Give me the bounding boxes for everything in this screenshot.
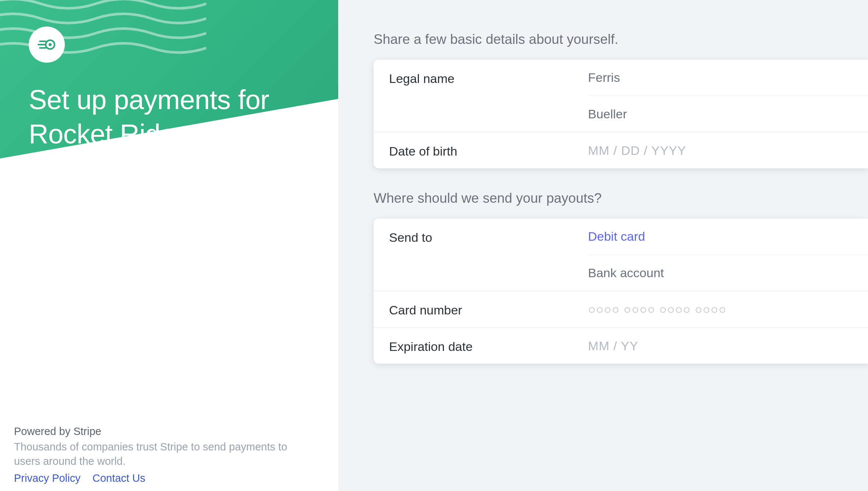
dob-row: Date of birth bbox=[374, 132, 868, 168]
privacy-policy-link[interactable]: Privacy Policy bbox=[14, 472, 81, 484]
expiration-label: Expiration date bbox=[374, 328, 588, 364]
expiration-row: Expiration date bbox=[374, 328, 868, 364]
svg-point-4 bbox=[49, 43, 52, 46]
footer-links: Privacy Policy Contact Us bbox=[14, 472, 301, 484]
dob-label: Date of birth bbox=[374, 132, 588, 168]
left-pane: Set up payments for Rocket Rides Powered… bbox=[0, 0, 338, 491]
hero-title: Set up payments for Rocket Rides bbox=[29, 83, 323, 151]
section-title-details: Share a few basic details about yourself… bbox=[374, 32, 868, 47]
option-bank-account[interactable]: Bank account bbox=[588, 266, 664, 280]
section-title-payouts: Where should we send your payouts? bbox=[374, 191, 868, 206]
details-card: Legal name Date of birth bbox=[374, 60, 868, 168]
powered-description: Thousands of companies trust Stripe to s… bbox=[14, 440, 301, 469]
toggle-indicator bbox=[808, 227, 860, 246]
legal-name-label: Legal name bbox=[374, 60, 588, 132]
dob-input[interactable] bbox=[588, 143, 860, 158]
right-pane: Share a few basic details about yourself… bbox=[338, 0, 868, 491]
send-to-label: Send to bbox=[374, 219, 588, 291]
card-number-input[interactable] bbox=[588, 302, 860, 317]
first-name-input[interactable] bbox=[588, 70, 860, 85]
payouts-card: Send to Debit card Bank account Card num… bbox=[374, 219, 868, 364]
brand-logo bbox=[29, 27, 65, 63]
expiration-input[interactable] bbox=[588, 339, 860, 353]
last-name-input[interactable] bbox=[588, 107, 860, 121]
powered-by: Powered by Stripe bbox=[14, 425, 301, 438]
card-number-label: Card number bbox=[374, 291, 588, 327]
card-number-row: Card number bbox=[374, 291, 868, 328]
contact-us-link[interactable]: Contact Us bbox=[92, 472, 145, 484]
rocket-icon bbox=[38, 35, 56, 54]
legal-name-row: Legal name bbox=[374, 60, 868, 132]
option-debit-card[interactable]: Debit card bbox=[588, 229, 645, 244]
footer: Powered by Stripe Thousands of companies… bbox=[14, 425, 301, 484]
send-to-row: Send to Debit card Bank account bbox=[374, 219, 868, 291]
